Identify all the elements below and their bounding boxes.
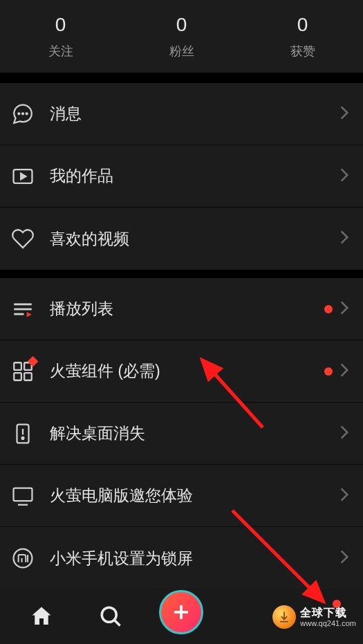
menu-label: 解决桌面消失 (50, 423, 339, 444)
notification-dot (324, 305, 333, 313)
svg-rect-7 (14, 362, 21, 370)
menu-label: 火萤组件 (必需) (50, 360, 324, 382)
watermark-logo-icon (272, 605, 296, 629)
menu-my-works[interactable]: 我的作品 (0, 145, 363, 208)
chevron-right-icon (339, 363, 349, 380)
chevron-right-icon (339, 425, 349, 442)
menu-label: 火萤电脑版邀您体验 (50, 485, 339, 506)
nav-home[interactable] (21, 596, 62, 637)
stat-value: 0 (55, 14, 66, 36)
playlist-icon (11, 297, 35, 321)
menu-xiaomi-lockscreen[interactable]: 小米手机设置为锁屏 (0, 527, 363, 589)
menu-pc-version[interactable]: 火萤电脑版邀您体验 (0, 465, 363, 527)
watermark-sub: www.qq241.com (300, 619, 356, 627)
svg-point-2 (26, 113, 28, 114)
svg-rect-9 (14, 373, 21, 380)
heart-icon (11, 227, 35, 250)
notification-dot (324, 367, 333, 376)
svg-rect-14 (14, 488, 32, 500)
menu-group-1: 消息 我的作品 喜欢的视频 (0, 83, 363, 270)
menu-label: 喜欢的视频 (50, 228, 339, 250)
svg-line-18 (115, 620, 120, 626)
menu-liked-videos[interactable]: 喜欢的视频 (0, 208, 363, 270)
stat-value: 0 (176, 14, 187, 36)
spacer (0, 75, 363, 83)
svg-point-1 (22, 113, 24, 114)
chevron-right-icon (339, 106, 349, 122)
menu-label: 我的作品 (50, 165, 339, 187)
stat-fans[interactable]: 0 粉丝 (121, 0, 242, 73)
watermark-title: 全球下载 (300, 607, 356, 619)
menu-desktop-fix[interactable]: 解决桌面消失 (0, 403, 363, 465)
xiaomi-icon (11, 546, 35, 570)
svg-rect-10 (24, 373, 32, 380)
monitor-icon (11, 484, 35, 508)
stat-label: 关注 (48, 43, 73, 59)
chevron-right-icon (339, 550, 349, 567)
alert-phone-icon (11, 422, 35, 445)
stat-likes[interactable]: 0 获赞 (242, 0, 363, 73)
menu-messages[interactable]: 消息 (0, 83, 363, 145)
svg-point-16 (14, 549, 32, 568)
chevron-right-icon (339, 488, 349, 504)
watermark: 全球下载 www.qq241.com (272, 605, 356, 629)
nav-placeholder[interactable] (232, 596, 273, 637)
stat-label: 粉丝 (169, 43, 194, 59)
menu-group-2: 播放列表 火萤组件 (必需) 解决桌面消失 火萤电脑版邀您体验 (0, 278, 363, 589)
stats-bar: 0 关注 0 粉丝 0 获赞 (0, 0, 363, 75)
chevron-right-icon (339, 301, 349, 318)
svg-point-13 (22, 436, 24, 439)
menu-label: 消息 (50, 103, 339, 125)
svg-point-0 (18, 113, 19, 114)
nav-create[interactable] (159, 590, 203, 634)
chevron-right-icon (339, 230, 349, 247)
menu-label: 播放列表 (50, 298, 324, 320)
stat-following[interactable]: 0 关注 (0, 0, 121, 73)
widget-icon (11, 360, 35, 383)
message-icon (11, 102, 35, 126)
stat-value: 0 (297, 14, 308, 36)
stat-label: 获赞 (290, 43, 315, 59)
menu-label: 小米手机设置为锁屏 (50, 548, 339, 569)
nav-search[interactable] (90, 596, 131, 637)
svg-point-17 (102, 607, 117, 622)
chevron-right-icon (339, 168, 349, 185)
spacer (0, 270, 363, 278)
video-icon (11, 165, 35, 188)
menu-widget[interactable]: 火萤组件 (必需) (0, 340, 363, 403)
menu-playlist[interactable]: 播放列表 (0, 278, 363, 340)
